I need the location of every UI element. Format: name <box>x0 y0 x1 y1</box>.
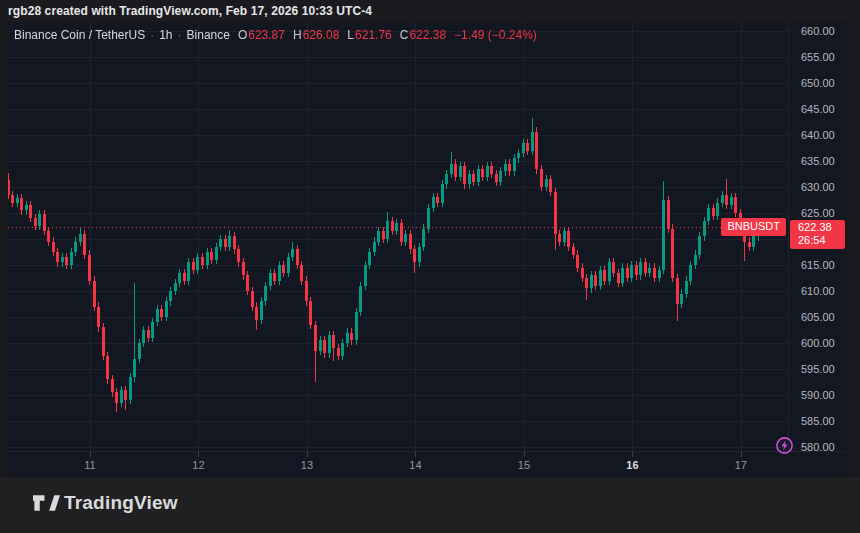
price-axis-label: 590.00 <box>801 388 835 402</box>
time-axis[interactable]: 11121314151617 <box>8 451 846 477</box>
realtime-flash-icon[interactable] <box>775 436 794 455</box>
ohlc-close-label: C <box>400 28 409 42</box>
price-axis-label: 650.00 <box>801 76 835 90</box>
price-axis-label: 630.00 <box>801 180 835 194</box>
price-axis-label: 580.00 <box>801 440 835 454</box>
ohlc-high-label: H <box>293 28 302 42</box>
watermark-bar: rgb28 created with TradingView.com, Feb … <box>0 0 860 22</box>
chart-legend: Binance Coin / TetherUS·1h·BinanceO623.8… <box>14 28 537 42</box>
tradingview-chart-screenshot: rgb28 created with TradingView.com, Feb … <box>0 0 860 533</box>
tradingview-logo-icon[interactable] <box>33 494 60 518</box>
price-axis-label: 605.00 <box>801 310 835 324</box>
legend-separator: · <box>173 28 187 42</box>
price-axis-label: 600.00 <box>801 336 835 350</box>
last-price-value: 622.38 <box>798 221 845 234</box>
last-price-badge: 622.38 26:54 <box>790 220 845 249</box>
price-axis-label: 625.00 <box>801 206 835 220</box>
time-axis-label: 14 <box>409 459 421 471</box>
legend-change: −1.49 (−0.24%) <box>454 28 537 42</box>
price-axis-label: 660.00 <box>801 24 835 38</box>
price-axis[interactable]: 622.38 26:54 660.00655.00650.00645.00640… <box>788 22 846 451</box>
price-axis-label: 595.00 <box>801 362 835 376</box>
price-axis-label: 645.00 <box>801 102 835 116</box>
price-axis-label: 585.00 <box>801 414 835 428</box>
ohlc-low-value: 621.76 <box>355 28 392 42</box>
time-axis-tick <box>415 452 416 457</box>
symbol-price-label: BNBUSDT <box>721 218 786 236</box>
price-axis-label: 635.00 <box>801 154 835 168</box>
legend-separator: · <box>145 28 159 42</box>
price-axis-label: 640.00 <box>801 128 835 142</box>
time-axis-tick <box>90 452 91 457</box>
legend-symbol-title[interactable]: Binance Coin / TetherUS <box>14 28 145 42</box>
time-axis-label: 17 <box>735 459 747 471</box>
price-axis-label: 655.00 <box>801 50 835 64</box>
price-axis-label: 615.00 <box>801 258 835 272</box>
bar-countdown: 26:54 <box>798 234 845 247</box>
time-axis-label: 12 <box>192 459 204 471</box>
ohlc-close-value: 622.38 <box>409 28 446 42</box>
tradingview-brand-text[interactable]: TradingView <box>64 492 178 514</box>
time-axis-label: 11 <box>84 459 95 471</box>
time-axis-label: 15 <box>518 459 530 471</box>
legend-interval[interactable]: 1h <box>159 28 172 42</box>
time-axis-label: 16 <box>626 459 638 471</box>
time-axis-tick <box>198 452 199 457</box>
time-axis-label: 13 <box>301 459 313 471</box>
ohlc-open-label: O <box>238 28 247 42</box>
time-axis-tick <box>632 452 633 457</box>
legend-exchange: Binance <box>187 28 230 42</box>
price-axis-label: 610.00 <box>801 284 835 298</box>
ohlc-open-value: 623.87 <box>248 28 285 42</box>
time-axis-tick <box>741 452 742 457</box>
watermark-text: rgb28 created with TradingView.com, Feb … <box>8 4 372 18</box>
time-axis-tick <box>524 452 525 457</box>
candlestick-chart-canvas[interactable] <box>8 22 788 451</box>
time-axis-tick <box>307 452 308 457</box>
ohlc-high-value: 626.08 <box>303 28 340 42</box>
footer-bar: TradingView <box>0 477 860 533</box>
ohlc-low-label: L <box>347 28 354 42</box>
